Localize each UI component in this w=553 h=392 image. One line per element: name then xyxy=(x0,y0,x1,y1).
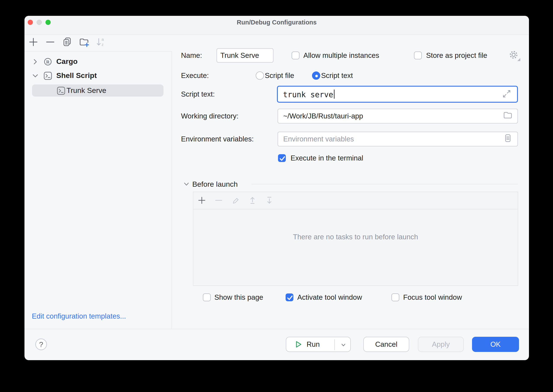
focus-tool-window-checkbox[interactable] xyxy=(392,294,399,301)
activate-tool-window-label: Activate tool window xyxy=(297,293,362,302)
focus-tool-window-label: Focus tool window xyxy=(403,293,462,302)
help-label: ? xyxy=(39,340,43,349)
script-text-radio-label: Script text xyxy=(321,71,353,80)
store-as-project-file-label: Store as project file xyxy=(426,51,487,60)
expand-icon xyxy=(502,89,512,98)
execute-in-terminal-checkbox[interactable] xyxy=(278,154,286,162)
move-down-icon xyxy=(264,195,274,205)
folder-icon xyxy=(503,110,513,120)
rust-icon: R xyxy=(43,57,52,66)
environment-variables-label: Environment variables: xyxy=(181,134,254,144)
edit-variables-button[interactable] xyxy=(503,133,513,145)
execute-label: Execute: xyxy=(181,71,209,80)
tree-item-label: Shell Script xyxy=(56,71,97,80)
script-file-label: Script file xyxy=(265,71,294,80)
list-icon xyxy=(503,133,513,143)
checkmark-icon xyxy=(286,294,294,302)
execute-in-terminal-label: Execute in the terminal xyxy=(290,153,363,163)
before-launch-toolbar-divider xyxy=(193,209,518,210)
name-input[interactable] xyxy=(216,48,273,63)
remove-configuration-button[interactable] xyxy=(45,37,56,47)
gear-icon xyxy=(508,49,521,62)
allow-multiple-instances-checkbox[interactable] xyxy=(292,52,299,59)
store-options-button[interactable] xyxy=(508,49,521,62)
remove-icon xyxy=(45,37,55,47)
activate-tool-window-checkbox[interactable] xyxy=(286,294,293,301)
new-folder-icon xyxy=(79,37,90,47)
titlebar: Run/Debug Configurations xyxy=(24,16,529,35)
edit-icon xyxy=(231,195,241,205)
before-launch-toolbar xyxy=(196,192,275,209)
before-launch-empty-text: There are no tasks to run before launch xyxy=(193,233,518,241)
text-caret xyxy=(334,90,335,99)
apply-button-label: Apply xyxy=(432,340,450,349)
edit-task-button[interactable] xyxy=(230,195,241,206)
copy-icon xyxy=(62,37,72,47)
script-text-label: Script text: xyxy=(181,90,215,99)
chevron-down-icon xyxy=(340,342,347,349)
script-file-radio[interactable] xyxy=(256,71,264,80)
terminal-icon xyxy=(57,86,65,95)
cancel-button[interactable]: Cancel xyxy=(363,337,409,352)
svg-text:a: a xyxy=(102,37,104,42)
configurations-toolbar: az xyxy=(28,37,106,47)
tree-item-trunk-serve-selected[interactable]: Trunk Serve xyxy=(32,84,164,97)
remove-icon xyxy=(214,195,224,205)
working-directory-value: ~/Work/JB/Rust/tauri-app xyxy=(283,112,363,120)
show-this-page-checkbox[interactable] xyxy=(203,294,211,301)
add-icon xyxy=(197,195,207,205)
edit-configuration-templates-link[interactable]: Edit configuration templates... xyxy=(32,312,126,320)
sort-alpha-icon: az xyxy=(96,37,106,47)
chevron-right-icon[interactable] xyxy=(31,57,40,66)
run-button-separator xyxy=(334,339,335,350)
add-task-button[interactable] xyxy=(196,195,207,206)
name-label: Name: xyxy=(181,51,202,60)
sidebar-toolbar-divider xyxy=(24,51,172,52)
window-title: Run/Debug Configurations xyxy=(24,19,529,26)
sort-configurations-button[interactable]: az xyxy=(96,37,106,47)
remove-task-button[interactable] xyxy=(213,195,224,206)
before-launch-title[interactable]: Before launch xyxy=(192,179,238,189)
store-as-project-file-checkbox[interactable] xyxy=(414,52,422,59)
show-this-page-label: Show this page xyxy=(214,293,263,302)
terminal-icon xyxy=(43,71,52,80)
new-folder-button[interactable] xyxy=(79,37,90,47)
script-text-input[interactable]: trunk serve xyxy=(277,86,518,103)
before-launch-panel: There are no tasks to run before launch xyxy=(193,192,518,286)
ok-button[interactable]: OK xyxy=(472,337,519,352)
play-icon xyxy=(294,340,303,349)
tree-item-label: Cargo xyxy=(56,57,77,66)
tree-item-label: Trunk Serve xyxy=(67,86,106,95)
browse-folder-button[interactable] xyxy=(503,110,513,122)
apply-button[interactable]: Apply xyxy=(418,337,464,352)
copy-configuration-button[interactable] xyxy=(62,37,73,47)
cancel-button-label: Cancel xyxy=(375,340,398,349)
move-down-button[interactable] xyxy=(264,195,275,206)
script-text-radio[interactable] xyxy=(312,71,320,80)
tree-item-shell-script[interactable]: Shell Script xyxy=(24,70,172,82)
working-directory-label: Working directory: xyxy=(181,111,238,121)
run-button[interactable]: Run xyxy=(286,337,351,352)
chevron-down-icon[interactable] xyxy=(31,71,40,80)
environment-variables-input[interactable]: Environment variables xyxy=(277,132,518,147)
environment-variables-placeholder: Environment variables xyxy=(283,135,354,143)
working-directory-input[interactable]: ~/Work/JB/Rust/tauri-app xyxy=(277,109,518,123)
move-up-icon xyxy=(248,195,257,205)
run-button-label: Run xyxy=(307,340,320,349)
script-text-value: trunk serve xyxy=(283,90,333,99)
svg-text:R: R xyxy=(46,59,50,64)
help-button[interactable]: ? xyxy=(35,338,47,350)
svg-text:z: z xyxy=(102,42,104,47)
run-options-button[interactable] xyxy=(338,342,349,349)
add-configuration-button[interactable] xyxy=(28,37,39,47)
allow-multiple-instances-label: Allow multiple instances xyxy=(303,51,379,60)
checkmark-icon xyxy=(278,155,286,162)
move-up-button[interactable] xyxy=(247,195,258,206)
footer-divider xyxy=(24,329,529,329)
expand-field-button[interactable] xyxy=(502,89,512,99)
tree-item-cargo[interactable]: R Cargo xyxy=(24,56,172,68)
run-debug-configurations-dialog: Run/Debug Configurations az R Cargo Shel… xyxy=(24,16,529,360)
ok-button-label: OK xyxy=(491,340,501,349)
before-launch-rule xyxy=(251,184,518,184)
before-launch-collapse-icon[interactable] xyxy=(183,180,190,188)
